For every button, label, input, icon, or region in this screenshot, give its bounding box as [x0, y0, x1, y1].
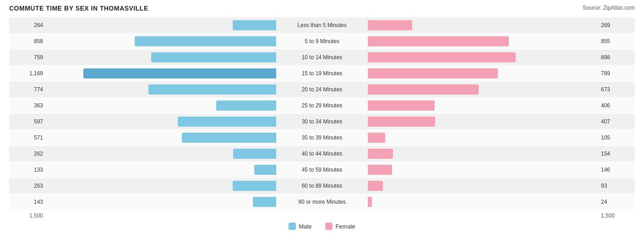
axis-right-label: 1,500: [598, 212, 635, 219]
chart-title: COMMUTE TIME BY SEX IN THOMASVILLE: [9, 5, 148, 12]
female-bar-container: [368, 197, 598, 207]
male-bar: [135, 36, 276, 46]
row-label: 30 to 34 Minutes: [276, 118, 368, 125]
male-bar-container: [46, 36, 276, 46]
chart-row: 133 45 to 59 Minutes 146: [9, 162, 635, 178]
chart-row: 143 90 or more Minutes 24: [9, 194, 635, 210]
male-bar-container: [46, 100, 276, 111]
male-bar: [233, 20, 276, 30]
male-bar: [253, 197, 276, 207]
row-label: Less than 5 Minutes: [276, 22, 368, 28]
legend-male-box: [289, 223, 296, 230]
male-value: 262: [9, 151, 46, 157]
male-bar-container: [46, 165, 276, 175]
male-bar-container: [46, 149, 276, 159]
male-bar-container: [46, 181, 276, 191]
male-bar: [233, 181, 276, 191]
male-bar-container: [46, 20, 276, 30]
male-bar: [148, 84, 276, 95]
row-label: 25 to 29 Minutes: [276, 102, 368, 109]
female-bar-container: [368, 20, 598, 30]
chart-row: 858 5 to 9 Minutes 855: [9, 33, 635, 49]
row-label: 90 or more Minutes: [276, 199, 368, 205]
row-label: 35 to 39 Minutes: [276, 134, 368, 141]
chart-row: 774 20 to 24 Minutes 673: [9, 82, 635, 97]
male-bar-container: [46, 133, 276, 143]
axis-row: 1,500 1,500: [9, 212, 635, 219]
female-bar: [368, 52, 516, 62]
female-bar-container: [368, 149, 598, 159]
male-bar-container: [46, 197, 276, 207]
chart-row: 597 30 to 34 Minutes 407: [9, 114, 635, 129]
chart-row: 363 25 to 29 Minutes 406: [9, 98, 635, 113]
chart-wrapper: COMMUTE TIME BY SEX IN THOMASVILLE Sourc…: [9, 5, 635, 230]
female-bar: [368, 133, 385, 143]
female-bar: [368, 149, 393, 159]
male-bar: [233, 149, 276, 159]
chart-row: 571 35 to 39 Minutes 105: [9, 130, 635, 145]
row-label: 45 to 59 Minutes: [276, 167, 368, 173]
legend-male-label: Male: [299, 223, 311, 230]
row-label: 10 to 14 Minutes: [276, 54, 368, 61]
male-bar-container: [46, 52, 276, 62]
chart-row: 264 Less than 5 Minutes 269: [9, 17, 635, 33]
male-bar-container: [46, 84, 276, 95]
male-value: 363: [9, 102, 46, 109]
row-label: 5 to 9 Minutes: [276, 38, 368, 45]
female-bar-container: [368, 165, 598, 175]
female-bar-container: [368, 117, 598, 127]
male-value: 759: [9, 54, 46, 61]
male-bar-container: [46, 68, 276, 78]
female-bar: [368, 68, 498, 78]
chart-row: 262 40 to 44 Minutes 154: [9, 146, 635, 162]
male-value: 133: [9, 167, 46, 173]
male-value: 143: [9, 199, 46, 205]
female-bar: [368, 20, 412, 30]
female-value: 24: [598, 199, 635, 205]
chart-container: 264 Less than 5 Minutes 269 858 5 to 9 M…: [9, 17, 635, 210]
female-value: 855: [598, 38, 635, 45]
row-label: 15 to 19 Minutes: [276, 70, 368, 77]
chart-row: 759 10 to 14 Minutes 898: [9, 50, 635, 65]
female-bar-container: [368, 133, 598, 143]
female-value: 789: [598, 70, 635, 77]
male-value: 858: [9, 38, 46, 45]
female-value: 93: [598, 183, 635, 189]
female-value: 406: [598, 102, 635, 109]
male-value: 1,169: [9, 70, 46, 77]
female-bar: [368, 117, 435, 127]
female-bar: [368, 100, 435, 111]
male-value: 597: [9, 118, 46, 125]
female-bar-container: [368, 52, 598, 62]
male-bar: [254, 165, 276, 175]
female-bar: [368, 84, 479, 95]
female-value: 105: [598, 134, 635, 141]
female-bar-container: [368, 36, 598, 46]
male-value: 571: [9, 134, 46, 141]
legend-male: Male: [289, 223, 311, 230]
male-value: 774: [9, 86, 46, 93]
male-bar-container: [46, 117, 276, 127]
female-value: 146: [598, 167, 635, 173]
female-bar: [368, 165, 392, 175]
legend-female: Female: [325, 223, 355, 230]
male-value: 263: [9, 183, 46, 189]
chart-row: 1,169 15 to 19 Minutes 789: [9, 66, 635, 81]
male-value: 264: [9, 22, 46, 28]
female-bar: [368, 197, 372, 207]
female-value: 407: [598, 118, 635, 125]
male-bar: [178, 117, 276, 127]
female-value: 673: [598, 86, 635, 93]
male-bar: [83, 68, 276, 78]
female-value: 154: [598, 151, 635, 157]
row-label: 20 to 24 Minutes: [276, 86, 368, 93]
female-bar: [368, 181, 383, 191]
female-bar-container: [368, 68, 598, 78]
row-label: 60 to 89 Minutes: [276, 183, 368, 189]
axis-left-label: 1,500: [9, 212, 46, 219]
legend-female-box: [325, 223, 333, 230]
female-bar-container: [368, 100, 598, 111]
legend-female-label: Female: [335, 223, 355, 230]
chart-row: 263 60 to 89 Minutes 93: [9, 178, 635, 194]
row-label: 40 to 44 Minutes: [276, 151, 368, 157]
